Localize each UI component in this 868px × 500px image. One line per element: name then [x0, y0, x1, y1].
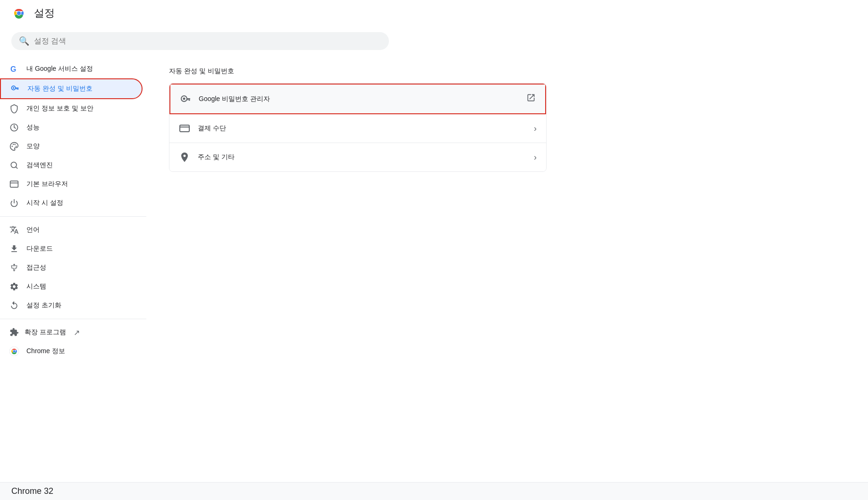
- svg-rect-22: [187, 98, 190, 100]
- extension-icon: [9, 328, 19, 337]
- location-icon: [179, 152, 190, 163]
- sidebar-label: 개인 정보 보호 및 보안: [26, 104, 93, 113]
- search-bar: 🔍: [11, 32, 389, 50]
- main-layout: G 내 Google 서비스 설정 자동 완성 및 비밀번호: [0, 56, 868, 482]
- sidebar-label: 자동 완성 및 비밀번호: [27, 85, 93, 93]
- sidebar-item-appearance[interactable]: 모양: [0, 137, 143, 156]
- svg-point-16: [13, 264, 15, 265]
- svg-point-11: [13, 144, 14, 145]
- google-g-icon: G: [9, 64, 19, 74]
- sidebar-item-accessibility[interactable]: 접근성: [0, 258, 143, 277]
- sidebar-item-autofill[interactable]: 자동 완성 및 비밀번호: [0, 78, 143, 99]
- sidebar: G 내 Google 서비스 설정 자동 완성 및 비밀번호: [0, 56, 146, 482]
- accessibility-icon: [9, 263, 19, 272]
- download-icon: [9, 244, 19, 254]
- power-icon: [9, 198, 19, 208]
- svg-point-6: [13, 87, 14, 89]
- svg-point-13: [16, 146, 17, 147]
- sidebar-item-google-services[interactable]: G 내 Google 서비스 설정: [0, 59, 143, 78]
- sidebar-label: 시스템: [26, 282, 46, 291]
- settings-card: Google 비밀번호 관리자 결제 수단 ›: [169, 83, 547, 172]
- gauge-icon: [9, 123, 19, 132]
- password-manager-item[interactable]: Google 비밀번호 관리자: [169, 84, 546, 114]
- system-icon: [9, 282, 19, 291]
- sidebar-item-performance[interactable]: 성능: [0, 118, 143, 137]
- chevron-right-icon: ›: [534, 124, 537, 134]
- search-icon: [9, 161, 19, 170]
- sidebar-item-languages[interactable]: 언어: [0, 220, 143, 239]
- svg-rect-15: [10, 181, 18, 187]
- sidebar-label: 언어: [26, 226, 40, 234]
- content-area: 자동 완성 및 비밀번호 Google 비밀번호 관리자: [146, 56, 868, 482]
- external-link-icon: ↗: [74, 328, 80, 337]
- address-label: 주소 및 기타: [198, 153, 526, 161]
- sidebar-item-system[interactable]: 시스템: [0, 277, 143, 296]
- browser-icon: [9, 179, 19, 189]
- page-title: 설정: [34, 6, 55, 20]
- reset-icon: [9, 301, 19, 310]
- header: 설정: [0, 0, 868, 26]
- search-input[interactable]: [34, 37, 381, 45]
- payment-item[interactable]: 결제 수단 ›: [169, 114, 546, 143]
- search-bar-container: 🔍: [0, 26, 868, 56]
- translate-icon: [9, 225, 19, 235]
- chevron-right-icon-2: ›: [534, 153, 537, 162]
- sidebar-label: Chrome 정보: [26, 347, 65, 356]
- sidebar-label: 내 Google 서비스 설정: [26, 65, 93, 73]
- address-item[interactable]: 주소 및 기타 ›: [169, 143, 546, 171]
- shield-icon: [9, 104, 19, 113]
- sidebar-label: 접근성: [26, 263, 46, 272]
- password-manager-label: Google 비밀번호 관리자: [199, 95, 519, 103]
- svg-rect-25: [180, 125, 189, 132]
- sidebar-label: 성능: [26, 123, 40, 132]
- sidebar-divider: [0, 216, 146, 217]
- svg-point-12: [14, 144, 16, 145]
- sidebar-item-chrome-info[interactable]: Chrome 정보: [0, 342, 143, 361]
- key-icon: [10, 84, 20, 93]
- payment-label: 결제 수단: [198, 124, 526, 133]
- sidebar-divider-2: [0, 319, 146, 319]
- sidebar-item-privacy[interactable]: 개인 정보 보호 및 보안: [0, 99, 143, 118]
- sidebar-label: 기본 브라우저: [26, 180, 68, 188]
- palette-icon: [9, 142, 19, 151]
- sidebar-item-extensions[interactable]: 확장 프로그램 ↗: [0, 323, 143, 342]
- external-link-icon: [526, 93, 536, 105]
- sidebar-label: 다운로드: [26, 245, 53, 253]
- svg-point-21: [183, 97, 185, 100]
- svg-rect-23: [189, 99, 190, 101]
- svg-text:G: G: [10, 65, 16, 73]
- sidebar-label: 모양: [26, 142, 40, 151]
- svg-rect-24: [187, 99, 189, 100]
- chrome-logo-icon: [11, 6, 26, 21]
- search-icon: 🔍: [19, 36, 29, 46]
- chrome-version: Chrome 32: [11, 486, 53, 496]
- chrome-icon: [9, 347, 19, 356]
- sidebar-item-downloads[interactable]: 다운로드: [0, 239, 143, 258]
- card-icon: [179, 123, 190, 134]
- svg-rect-7: [16, 88, 19, 89]
- sidebar-item-default-browser[interactable]: 기본 브라우저: [0, 175, 143, 194]
- section-title: 자동 완성 및 비밀번호: [169, 67, 845, 76]
- sidebar-label: 설정 초기화: [26, 301, 61, 310]
- svg-point-3: [17, 11, 21, 15]
- sidebar-item-startup[interactable]: 시작 시 설정: [0, 194, 143, 212]
- svg-rect-8: [17, 89, 18, 90]
- svg-rect-9: [17, 89, 17, 90]
- svg-point-19: [13, 350, 16, 353]
- sidebar-item-search[interactable]: 검색엔진: [0, 156, 143, 175]
- sidebar-item-reset[interactable]: 설정 초기화: [0, 296, 143, 315]
- sidebar-label: 시작 시 설정: [26, 199, 63, 207]
- svg-point-10: [12, 146, 13, 147]
- password-key-icon: [180, 93, 191, 105]
- bottom-bar: Chrome 32: [0, 482, 868, 500]
- sidebar-label: 확장 프로그램: [25, 328, 66, 337]
- sidebar-label: 검색엔진: [26, 161, 53, 169]
